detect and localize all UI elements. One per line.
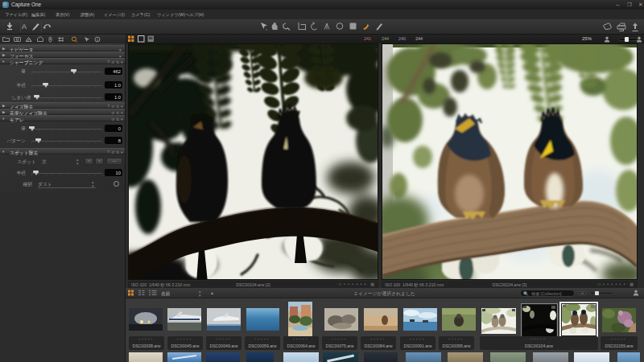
svg-text:A: A — [22, 23, 27, 31]
